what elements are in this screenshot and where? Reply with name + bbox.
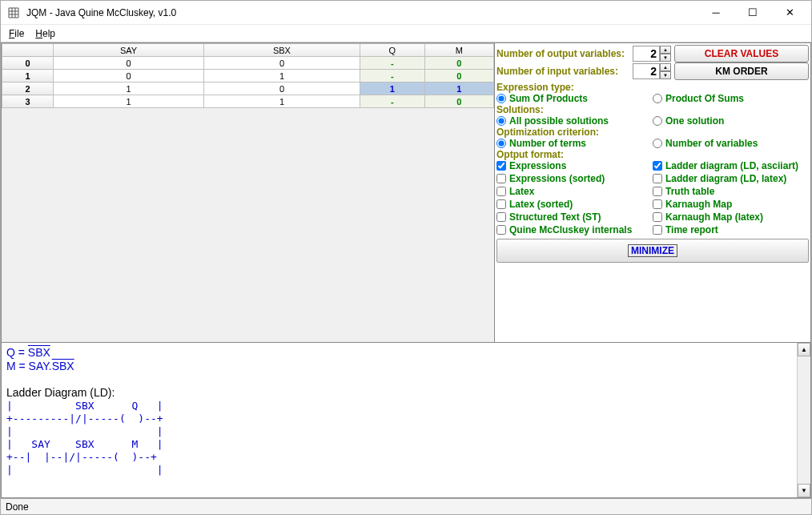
minimize-button[interactable]: MINIMIZE (496, 239, 809, 263)
status-bar: Done (1, 498, 811, 514)
chk-karnaugh-map-latex[interactable]: Karnaugh Map (latex) (653, 211, 809, 223)
chk-time-report[interactable]: Time report (653, 224, 809, 235)
minimize-window-button[interactable]: ─ (697, 2, 734, 24)
in-vars-input[interactable] (633, 63, 660, 79)
solutions-label: Solutions: (496, 104, 809, 115)
out-vars-label: Number of output variables: (496, 48, 629, 59)
scroll-down-icon[interactable]: ▼ (798, 484, 810, 497)
radio-num-terms[interactable]: Number of terms (496, 138, 653, 149)
chk-expressions[interactable]: Expressions (496, 160, 653, 171)
radio-sop[interactable]: Sum Of Products (496, 93, 653, 104)
scroll-up-icon[interactable]: ▲ (798, 343, 810, 356)
app-icon (7, 6, 20, 19)
spinner-down-icon[interactable]: ▼ (660, 71, 671, 79)
menubar: File Help (1, 25, 811, 42)
chk-qm-internals[interactable]: Quine McCluskey internals (496, 224, 653, 235)
menu-help[interactable]: Help (30, 26, 60, 42)
radio-pos[interactable]: Product Of Sums (653, 93, 809, 104)
menu-file[interactable]: File (4, 26, 29, 42)
control-panel: Number of output variables: ▲▼ CLEAR VAL… (494, 43, 810, 342)
truth-table[interactable]: SAY SBX Q M 0 0 0 - 0 1 0 1 - 0 (2, 43, 494, 108)
chk-expressions-sorted[interactable]: Expressions (sorted) (496, 173, 653, 184)
spinner-up-icon[interactable]: ▲ (660, 63, 671, 71)
col-header-sbx[interactable]: SBX (204, 44, 360, 57)
output-scrollbar[interactable]: ▲ ▼ (797, 343, 810, 497)
km-order-button[interactable]: KM ORDER (674, 62, 809, 80)
radio-all-solutions[interactable]: All possible solutions (496, 115, 653, 127)
output-text-area[interactable]: Q = SBX M = SAY.SBX Ladder Diagram (LD):… (2, 343, 797, 497)
status-text: Done (6, 501, 29, 513)
chk-structured-text[interactable]: Structured Text (ST) (496, 211, 653, 223)
chk-ladder-ascii[interactable]: Ladder diagram (LD, asciiart) (653, 160, 809, 171)
table-row: 2 1 0 1 1 (2, 82, 494, 95)
table-row: 1 0 1 - 0 (2, 70, 494, 82)
clear-values-button[interactable]: CLEAR VALUES (674, 45, 809, 62)
col-header-m[interactable]: M (424, 44, 493, 57)
chk-latex[interactable]: Latex (496, 186, 653, 197)
in-vars-label: Number of input variables: (496, 66, 629, 77)
table-row: 0 0 0 - 0 (2, 57, 494, 70)
chk-karnaugh-map[interactable]: Karnaugh Map (653, 199, 809, 210)
close-window-button[interactable]: ✕ (771, 2, 808, 24)
titlebar: JQM - Java Quine McCluskey, v1.0 ─ ☐ ✕ (1, 1, 811, 25)
chk-latex-sorted[interactable]: Latex (sorted) (496, 199, 653, 210)
radio-one-solution[interactable]: One solution (653, 115, 809, 127)
in-vars-spinner[interactable]: ▲▼ (633, 63, 671, 79)
col-header-blank (2, 44, 54, 57)
window-title: JQM - Java Quine McCluskey, v1.0 (26, 7, 697, 18)
spinner-up-icon[interactable]: ▲ (660, 46, 671, 54)
output-format-label: Optput format: (496, 149, 809, 160)
col-header-q[interactable]: Q (360, 44, 424, 57)
out-vars-spinner[interactable]: ▲▼ (633, 46, 671, 62)
out-vars-input[interactable] (633, 46, 660, 62)
optimization-label: Optimization criterion: (496, 127, 809, 138)
maximize-window-button[interactable]: ☐ (734, 2, 771, 24)
chk-truth-table[interactable]: Truth table (653, 186, 809, 197)
expression-type-label: Expression type: (496, 82, 809, 93)
truth-table-area: SAY SBX Q M 0 0 0 - 0 1 0 1 - 0 (2, 43, 494, 342)
radio-num-vars[interactable]: Number of variables (653, 138, 809, 149)
chk-ladder-latex[interactable]: Ladder diagram (LD, latex) (653, 173, 809, 184)
col-header-say[interactable]: SAY (54, 44, 204, 57)
table-row: 3 1 1 - 0 (2, 95, 494, 108)
spinner-down-icon[interactable]: ▼ (660, 54, 671, 62)
